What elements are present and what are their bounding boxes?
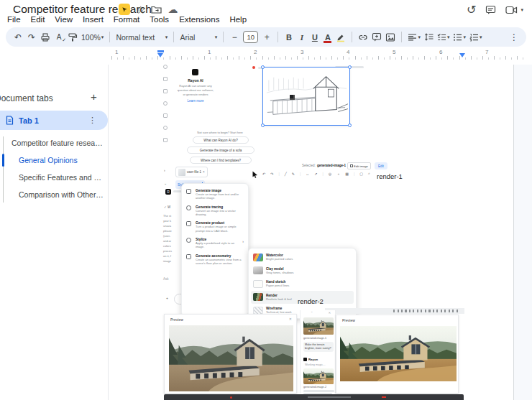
bulleted-list-select[interactable]: ▾ <box>453 33 466 42</box>
menu-edit[interactable]: Edit <box>31 15 45 24</box>
meet-button[interactable]: ▾ <box>505 6 523 14</box>
rayon-ai-desc-line1: Rayon AI can answer any <box>163 84 228 88</box>
circle-tool-icon[interactable]: ◎ <box>329 172 331 176</box>
redo-icon[interactable]: ↷ <box>27 33 37 42</box>
insert-link-icon[interactable] <box>358 32 368 42</box>
generated-image-1-thumbnail[interactable] <box>303 317 334 335</box>
menu-format[interactable]: Format <box>114 15 139 24</box>
first-line-indent-marker[interactable] <box>157 50 164 52</box>
menu-insert[interactable]: Insert <box>83 15 104 24</box>
menu-item-generate-product[interactable]: Generate product Turn a product image or… <box>186 221 244 233</box>
menu-item-generate-axonometry[interactable]: Generate axonometry Create an axonometri… <box>186 254 244 266</box>
spellcheck-icon[interactable]: A✓ <box>54 34 64 41</box>
style-option-clay-model[interactable]: Clay modelGray tones, shadows <box>251 264 354 278</box>
add-comment-icon[interactable] <box>372 32 382 42</box>
dimension-icon[interactable]: ↔ <box>306 172 309 176</box>
rayon-ai-desc-line3: or generate renders <box>163 93 228 96</box>
undo-icon[interactable]: ↶ <box>13 33 23 42</box>
text-color-button[interactable]: A <box>323 33 332 42</box>
collapse-icon[interactable]: ⌃ <box>311 311 313 315</box>
pen-icon[interactable]: ✎ <box>292 172 295 176</box>
outline-item-general-opinions[interactable]: General Opinions <box>19 156 78 164</box>
add-attachment-button[interactable]: + <box>166 296 168 300</box>
grid-tool-icon[interactable]: ▦ <box>345 172 349 176</box>
outline-item-specific-features[interactable]: Specific Features and … <box>19 173 101 182</box>
doc-status-badge-icon[interactable] <box>119 4 130 15</box>
checklist-select[interactable]: ▾ <box>437 33 450 42</box>
paint-format-icon[interactable] <box>68 32 78 42</box>
menu-item-stylize[interactable]: Stylize Apply a predefined style to an i… <box>186 238 244 249</box>
3d-gizmo-cube[interactable] <box>290 95 295 100</box>
toolbar-overflow-icon[interactable]: ⋮ <box>509 33 519 42</box>
document-page[interactable]: Rayon AI Rayon AI can answer any questio… <box>117 65 513 400</box>
menu-item-generate-image[interactable]: Generate image Create an image from text… <box>186 189 244 200</box>
close-icon[interactable]: ✕ <box>289 317 292 321</box>
generated-image-2-thumbnail[interactable] <box>303 368 334 384</box>
redo-icon[interactable]: ↷ <box>270 172 273 176</box>
menu-help[interactable]: Help <box>229 15 247 24</box>
increase-font-size-button[interactable]: + <box>262 33 272 42</box>
clipped-text-line: image <box>163 259 171 263</box>
selected-sketch-image[interactable] <box>262 67 350 126</box>
selection-handle[interactable] <box>261 65 265 69</box>
cloud-saved-icon[interactable]: ☁ <box>168 4 178 14</box>
caption-render-1[interactable]: render-1 <box>377 172 403 180</box>
menu-tools[interactable]: Tools <box>150 15 169 24</box>
selection-handle[interactable] <box>348 65 352 69</box>
align-select[interactable]: ▾ <box>408 33 421 42</box>
insert-image-icon[interactable] <box>385 32 395 42</box>
style-option-hand-sketch[interactable]: Hand sketchPaper pencil lines <box>251 277 354 291</box>
version-history-icon[interactable]: ↺ <box>467 4 476 16</box>
arrow-icon[interactable]: ↗ <box>314 172 317 176</box>
draw-line-icon[interactable]: ╱ <box>285 172 287 176</box>
generate-axonometry-icon <box>186 254 191 259</box>
learn-more-link[interactable]: Learn more <box>163 99 228 103</box>
suggestion-chip-1[interactable]: What can Rayon AI do? <box>193 136 249 144</box>
menu-file[interactable]: File <box>7 15 21 24</box>
comments-icon[interactable] <box>485 5 496 15</box>
bold-button[interactable]: B <box>284 33 293 42</box>
divider <box>173 32 174 42</box>
preview-window-right[interactable]: Preview <box>336 315 459 394</box>
search-icon[interactable]: ⌕ <box>368 171 370 176</box>
zoom-select[interactable]: 100%▾ <box>81 33 104 42</box>
selection-handle[interactable] <box>261 124 265 127</box>
underline-button[interactable]: U <box>310 33 319 42</box>
font-size-input[interactable]: 10 <box>243 31 258 43</box>
paragraph-style-select[interactable]: Normal text▾ <box>116 33 168 42</box>
outline-item-comparison[interactable]: Comparison with Other… <box>19 190 104 199</box>
tab-options-icon[interactable]: ⋮ <box>88 116 96 125</box>
edit-image-button[interactable]: Edit image <box>347 162 371 169</box>
caption-render-2[interactable]: render-2 <box>298 297 324 305</box>
outline-item-heading1[interactable]: Competitor feature resea… <box>12 139 103 147</box>
decrease-font-size-button[interactable]: − <box>229 33 239 42</box>
print-icon[interactable] <box>40 32 50 42</box>
suggestion-chip-2[interactable]: Generate the image of a sofa <box>187 146 254 154</box>
move-folder-icon[interactable] <box>151 5 162 14</box>
close-icon[interactable]: ✕ <box>329 311 331 315</box>
chevron-down-icon: ▾ <box>165 34 168 40</box>
font-select[interactable]: Arial▾ <box>180 33 217 42</box>
style-option-watercolor[interactable]: WatercolorBright painted colors <box>251 251 354 264</box>
preview-window-left[interactable]: Preview ✕ <box>164 314 297 394</box>
horizontal-ruler[interactable]: 1 1 2 3 4 5 6 7 <box>108 49 532 61</box>
selection-handle[interactable] <box>348 124 352 127</box>
ask-input-fragment[interactable]: Ask <box>163 277 169 282</box>
menu-extensions[interactable]: Extensions <box>179 15 219 24</box>
shape-tool-icon[interactable]: ▢ <box>359 172 363 176</box>
edit-button[interactable]: Edit <box>375 162 387 169</box>
line-spacing-icon[interactable] <box>424 33 434 42</box>
undo-icon[interactable]: ↶ <box>262 172 265 176</box>
highlight-color-icon[interactable] <box>336 32 346 42</box>
left-indent-marker[interactable] <box>157 53 163 57</box>
canvas-background-right <box>513 65 532 400</box>
sidebar-tab-1[interactable]: Tab 1 ⋮ <box>0 111 108 130</box>
star-icon[interactable]: ☆ <box>136 4 145 15</box>
menu-item-generate-tracing[interactable]: Generate tracing Convert an image into a… <box>186 205 244 217</box>
italic-button[interactable]: I <box>297 33 306 42</box>
add-tab-button[interactable]: + <box>91 90 97 103</box>
menu-view[interactable]: View <box>55 15 73 24</box>
right-indent-marker[interactable] <box>459 53 465 57</box>
add-icon[interactable]: ＋ <box>336 172 340 176</box>
numbered-list-select[interactable]: ▾ <box>469 33 482 42</box>
